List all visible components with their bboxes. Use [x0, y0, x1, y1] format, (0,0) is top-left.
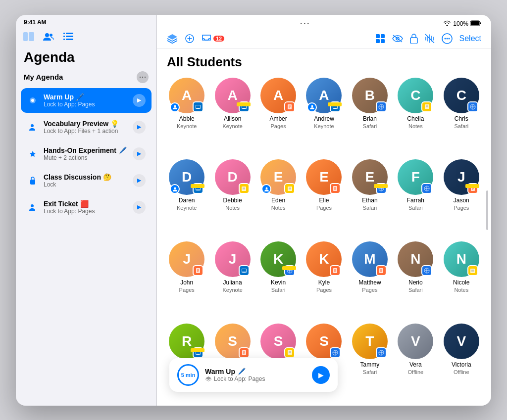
agenda-item-play-class-discussion[interactable]: ▶: [133, 174, 146, 187]
floating-play-button[interactable]: ▶: [312, 366, 330, 384]
student-app-badge-kyle: [330, 265, 341, 276]
student-avatar-wrapper-allison: A: [215, 78, 251, 113]
student-card-ethan[interactable]: EEthanSafari: [348, 159, 392, 237]
svg-rect-88: [243, 272, 245, 273]
svg-rect-108: [197, 354, 199, 355]
student-card-andrew[interactable]: AAndrewKeynote: [302, 78, 346, 156]
agenda-more-button[interactable]: [137, 71, 149, 83]
inbox-icon[interactable]: 12: [202, 34, 224, 43]
agenda-item-content-class-discussion: Class Discussion 🤔 Lock: [44, 173, 128, 188]
student-app-label-john: Pages: [179, 287, 195, 293]
student-card-daren[interactable]: DDarenKeynote: [165, 159, 208, 237]
select-button[interactable]: Select: [459, 34, 481, 43]
student-card-abbie[interactable]: AAbbieKeynote: [165, 78, 208, 156]
student-card-farrah[interactable]: FFarrahSafari: [394, 159, 437, 237]
mute-icon[interactable]: [425, 34, 435, 44]
student-card-vera[interactable]: VVeraOffline: [394, 324, 437, 402]
grid-icon[interactable]: [375, 34, 385, 44]
student-card-allison[interactable]: AAllisonKeynote: [210, 78, 254, 156]
agenda-item-vocabulary[interactable]: Vocabulary Preview 💡 Lock to App: Files …: [21, 115, 152, 140]
svg-point-15: [31, 124, 34, 127]
agenda-item-play-hands-on[interactable]: ▶: [133, 147, 146, 160]
student-avatar-wrapper-andrew: A: [306, 78, 342, 113]
student-yellow-bar-jason: [465, 184, 479, 188]
agenda-item-exit-ticket[interactable]: Exit Ticket 🟥 Lock to App: Pages ▶: [21, 195, 152, 220]
svg-rect-46: [334, 108, 336, 109]
student-card-eden[interactable]: EEdenNotes: [256, 159, 300, 237]
student-app-badge-farrah: [421, 183, 432, 194]
student-card-chella[interactable]: CChellaNotes: [394, 78, 437, 156]
svg-rect-7: [66, 36, 73, 37]
student-card-juliana[interactable]: JJulianaKeynote: [210, 241, 254, 320]
battery-label: 100%: [453, 20, 468, 27]
agenda-item-play-warm-up[interactable]: ▶: [133, 94, 146, 107]
student-card-nicole[interactable]: NNicoleNotes: [440, 241, 483, 320]
student-card-debbie[interactable]: DDebbieNotes: [210, 159, 254, 237]
agenda-item-play-vocabulary[interactable]: ▶: [133, 121, 146, 134]
agenda-item-subtitle-exit-ticket: Lock to App: Pages: [44, 208, 128, 215]
agenda-item-warm-up[interactable]: Warm Up 🖊️ Lock to App: Pages ▶: [21, 88, 152, 113]
floating-agenda-item[interactable]: 5 min Warm Up 🖊️ Lock to App: Pages ▶: [169, 358, 338, 392]
student-card-kevin[interactable]: KKevinSafari: [256, 241, 300, 320]
agenda-item-content-warm-up: Warm Up 🖊️ Lock to App: Pages: [44, 93, 128, 108]
svg-rect-59: [197, 190, 199, 190]
student-app-badge-abbie: [193, 101, 203, 112]
student-card-victoria[interactable]: VVictoriaOffline: [440, 324, 483, 402]
student-app-badge-john: [193, 265, 203, 276]
agenda-item-hands-on[interactable]: Hands-On Experiment 🖊️ Mute + 2 actions …: [21, 141, 152, 166]
floating-subtitle-text: Lock to App: Pages: [214, 375, 265, 382]
student-app-badge-elie: [330, 183, 341, 194]
student-app-badge-matthew: [376, 265, 387, 276]
svg-point-67: [265, 187, 267, 189]
layers-icon[interactable]: [167, 34, 178, 44]
student-avatar-vera: V: [398, 324, 433, 359]
sidebar-title: Agenda: [16, 47, 156, 67]
student-card-jason[interactable]: JJasonPages: [440, 159, 483, 237]
sidebar-toolbar[interactable]: [16, 28, 156, 47]
student-name-nicole: Nicole: [453, 279, 469, 286]
sidebar-panel-icon[interactable]: [22, 30, 36, 44]
svg-point-47: [311, 105, 313, 107]
pencil-icon[interactable]: [185, 34, 195, 44]
student-avatar-wrapper-nerio: N: [398, 241, 433, 277]
main-status-bar: ··· 100%: [157, 15, 491, 31]
svg-rect-64: [288, 187, 292, 191]
student-card-elie[interactable]: EEliePages: [302, 159, 346, 237]
student-yellow-bar-ethan: [374, 184, 388, 188]
student-app-badge-chris: [467, 101, 478, 112]
student-name-eden: Eden: [271, 197, 285, 204]
student-app-label-farrah: Safari: [408, 205, 423, 211]
sidebar-people-icon[interactable]: [42, 30, 55, 44]
student-avatar-wrapper-vera: V: [398, 324, 433, 359]
student-card-kyle[interactable]: KKylePages: [302, 241, 346, 320]
student-name-andrew: Andrew: [314, 115, 334, 122]
student-name-debbie: Debbie: [223, 197, 242, 204]
student-name-kevin: Kevin: [271, 279, 286, 286]
status-right: 100%: [443, 20, 481, 28]
agenda-item-subtitle-warm-up: Lock to App: Pages: [44, 101, 128, 108]
svg-rect-87: [242, 269, 246, 272]
student-avatar-wrapper-farrah: F: [398, 159, 433, 195]
lock-icon[interactable]: [410, 34, 418, 44]
student-name-elie: Elie: [319, 197, 329, 204]
svg-point-30: [444, 38, 446, 39]
agenda-item-play-exit-ticket[interactable]: ▶: [133, 201, 146, 214]
status-dots: ···: [300, 19, 310, 29]
student-card-amber[interactable]: AAmberPages: [256, 78, 300, 156]
agenda-item-class-discussion[interactable]: Class Discussion 🤔 Lock ▶: [21, 168, 152, 193]
student-card-john[interactable]: JJohnPages: [165, 241, 208, 320]
student-card-brian[interactable]: BBrianSafari: [348, 78, 392, 156]
student-card-tammy[interactable]: TTammySafari: [348, 324, 392, 402]
student-card-matthew[interactable]: MMatthewPages: [348, 241, 392, 320]
student-avatar-wrapper-kyle: K: [306, 241, 342, 277]
hide-icon[interactable]: [392, 34, 403, 43]
more-icon[interactable]: [442, 33, 453, 44]
device-frame: 9:41 AM: [16, 15, 491, 406]
student-card-chris[interactable]: CChrisSafari: [440, 78, 483, 156]
sidebar-list-icon[interactable]: [61, 30, 75, 44]
student-app-badge-debbie: [239, 183, 250, 194]
student-app-label-amber: Pages: [270, 123, 286, 129]
student-card-nerio[interactable]: NNerioSafari: [394, 241, 437, 320]
svg-rect-1: [29, 32, 34, 41]
svg-rect-35: [197, 108, 199, 109]
